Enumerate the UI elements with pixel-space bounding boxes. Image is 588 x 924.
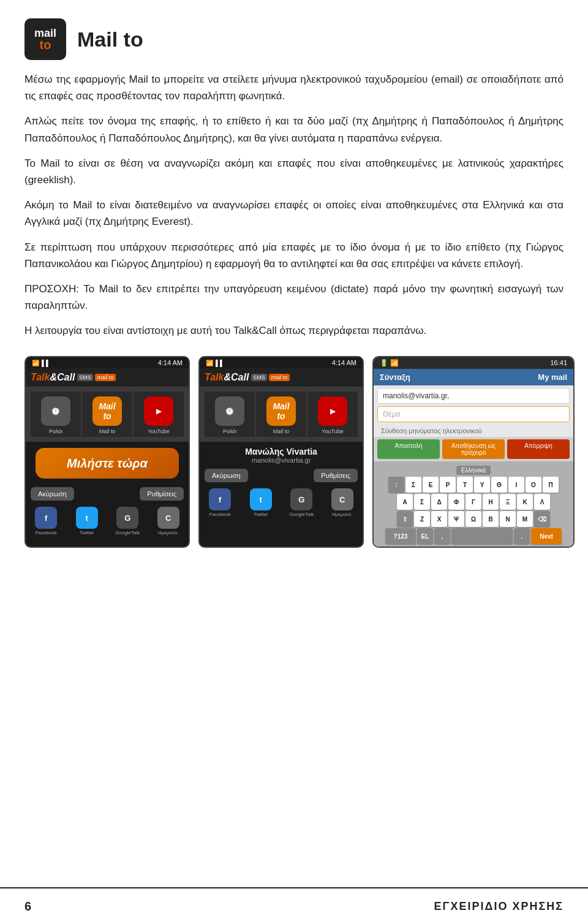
screen2-time: 4:14 AM [332,359,356,366]
kb-mu[interactable]: Μ [517,511,533,527]
talkcall-talk: Talk [31,372,50,383]
kb-sigma2[interactable]: Σ [414,494,430,510]
keyboard-lang-btn[interactable]: Ελληνικά [456,466,491,475]
screen2-twitter[interactable]: t Twitter [241,488,282,517]
screen1-cancel-btn[interactable]: Ακύρωση [31,487,74,501]
contact-email: manolis@vivartia.gr [200,456,363,464]
screen2-googletalk[interactable]: G GoogleTalk [281,488,322,517]
calendar-label: Ημερολό. [158,530,178,536]
screen3-actions: Αποστολή Αποθήκευση ως πρόχειρο Απόρριψη [374,437,573,461]
phone-screen-3: 🔋 📶 16:41 Σύνταξη My mail manolis@vivart… [372,356,575,548]
reject-button[interactable]: Απόρριψη [507,439,570,459]
screen3-compose-hint: Σύνθεση μηνύματος ηλεκτρονικού [374,425,573,437]
roloi-label-2: Ρολόι [223,428,236,434]
screen1-googletalk[interactable]: G GoogleTalk [107,507,148,536]
kb-rho[interactable]: Ρ [440,477,456,493]
kb-comma[interactable]: , [434,528,450,544]
kb-sigma[interactable]: Σ [405,477,421,493]
kb-nu[interactable]: Ν [500,511,516,527]
kb-period[interactable]: . [514,528,530,544]
googletalk-label-2: GoogleTalk [289,512,314,517]
wifi-icon: 📶 [32,360,39,366]
keyboard-lang-row: Ελληνικά [376,464,571,477]
talkcall-talk-2: Talk [205,372,224,383]
kb-chi[interactable]: Χ [431,511,447,527]
kb-kappa[interactable]: Κ [517,494,533,510]
screen2-social-row: f Facebook t Twitter G GoogleTalk C Ημερ… [200,485,363,520]
screen2-statusbar-icons: 📶 ▌▌ [206,360,224,366]
kb-lambda[interactable]: Λ [534,494,550,510]
signal-icon: ▌▌ [42,360,50,366]
kb-space[interactable] [451,528,513,544]
keyboard-row-2: Α Σ Δ Φ Γ Η Ξ Κ Λ [376,494,571,510]
screen1-social-row: f Facebook t Twitter G GoogleTalk C Ημερ… [26,503,189,538]
phone-screen-2: 📶 ▌▌ 4:14 AM Talk & Call SMS mail to 🕐 [198,356,364,548]
kb-omicron[interactable]: Ο [526,477,541,493]
app-cell-mailto: Mail to Mail to [82,392,132,437]
screen1-twitter[interactable]: t Twitter [67,507,108,536]
kb-colon[interactable]: : [388,477,404,493]
screen3-to-field[interactable]: manolis@vivartia.gr, [377,388,570,404]
kb-theta[interactable]: Θ [491,477,507,493]
page-container: mail to Mail to Μέσω της εφαρμογής Mail … [0,0,588,615]
keyboard: Ελληνικά : Σ Ε Ρ Τ Υ Θ Ι Ο Π Α [374,461,573,547]
screen1-time: 4:14 AM [158,359,183,366]
screen1-facebook[interactable]: f Facebook [26,507,67,536]
paragraph-7: Η λειτουργία του είναι αντίστοιχη με αυτ… [24,322,564,339]
screen2-talkcall-bar: Talk & Call SMS mail to [200,368,363,387]
save-button[interactable]: Αποθήκευση ως πρόχειρο [442,439,505,459]
screen2-calendar[interactable]: C Ημερολό. [322,488,363,517]
screen1-app-grid: 🕐 Ρολόι Mail to Mail to ▶ YouTube [26,387,189,442]
kb-xi[interactable]: Ξ [500,494,516,510]
kb-tau[interactable]: Τ [457,477,473,493]
screen2-cancel-btn[interactable]: Ακύρωση [205,469,248,482]
screen2-contact-display: Μανώλης Vivartia manolis@vivartia.gr [200,442,363,466]
kb-gamma[interactable]: Γ [466,494,481,510]
page-footer: 6 ΕΓΧΕΙΡΙΔΙΟ ΧΡΗΣΗΣ [0,887,588,924]
kb-backspace[interactable]: ⌫ [534,511,550,527]
kb-eta[interactable]: Η [483,494,499,510]
talkcall-mail-2: mail to [269,374,290,381]
talkcall-logo: Talk & Call SMS mail to [31,372,116,383]
app-cell-roloi: 🕐 Ρολόι [31,392,81,437]
mailto-label-2: Mail to [273,428,290,434]
keyboard-row-1: : Σ Ε Ρ Τ Υ Θ Ι Ο Π [376,477,571,493]
paragraph-4: Ακόμη το Mail to είναι διατεθειμένο να α… [24,197,564,230]
kb-phi[interactable]: Φ [448,494,464,510]
kb-iota[interactable]: Ι [508,477,524,493]
kb-omega[interactable]: Ω [466,511,481,527]
kb-shift[interactable]: ⇧ [397,511,413,527]
screen1-calendar[interactable]: C Ημερολό. [148,507,189,536]
app-logo: mail to [24,18,66,60]
kb-epsilon[interactable]: Ε [423,477,439,493]
kb-delta[interactable]: Δ [431,494,447,510]
screen1-settings-btn[interactable]: Ρυθμίσεις [140,487,184,501]
kb-num-switch[interactable]: ?123 [385,528,416,544]
kb-next[interactable]: Next [531,528,562,544]
roloi-label: Ρολόι [49,428,62,434]
talkcall-amp-2: & [224,372,231,383]
kb-upsilon[interactable]: Υ [474,477,490,493]
youtube-label: YouTube [148,428,169,434]
kb-pi[interactable]: Π [543,477,559,493]
twitter-label: Twitter [80,530,94,536]
kb-zeta[interactable]: Ζ [414,511,430,527]
screen2-facebook[interactable]: f Facebook [200,488,241,517]
kb-alpha[interactable]: Α [397,494,413,510]
screen1-mailto-btn[interactable]: Μιλήστε τώρα [36,448,179,479]
kb-psi[interactable]: Ψ [448,511,464,527]
screen2-settings-btn[interactable]: Ρυθμίσεις [314,469,358,482]
mailto-icon: Mail to [92,396,122,426]
app-cell-youtube: ▶ YouTube [134,392,184,437]
kb-lang-switch[interactable]: EL [417,528,433,544]
send-button[interactable]: Αποστολή [377,439,440,459]
screen2-cancel-bar: Ακύρωση Ρυθμίσεις [200,466,363,485]
keyboard-row-4: ?123 EL , . Next [376,528,571,544]
youtube-icon-2: ▶ [318,396,347,426]
kb-beta[interactable]: Β [483,511,499,527]
screen1-statusbar: 📶 ▌▌ 4:14 AM [26,357,189,368]
screen3-theme-field[interactable]: Θέμα [377,406,570,422]
mailto-icon-2: Mail to [266,396,296,426]
facebook-label-2: Facebook [209,512,231,517]
talkcall-logo-2: Talk & Call SMS mail to [205,372,290,383]
